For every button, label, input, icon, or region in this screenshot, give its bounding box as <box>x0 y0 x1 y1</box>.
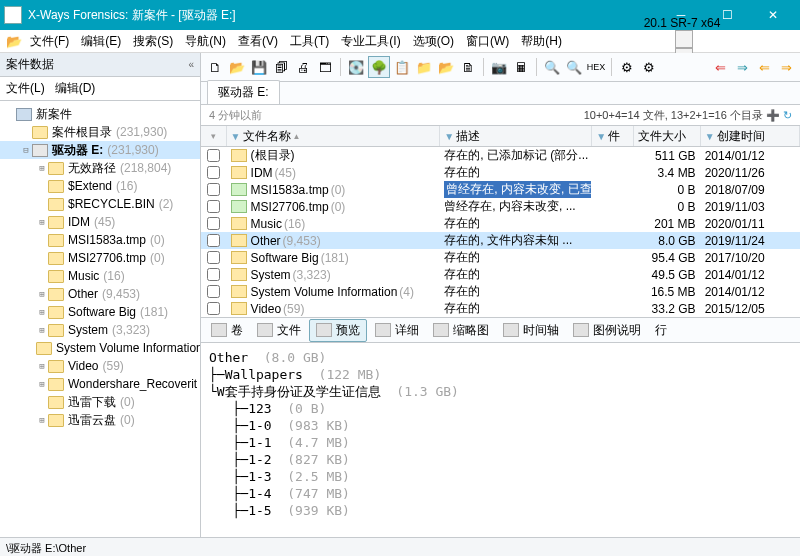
tab-drive-e[interactable]: 驱动器 E: <box>207 80 280 104</box>
tb-save-icon[interactable]: 💾 <box>249 57 269 77</box>
dtab-volume[interactable]: 卷 <box>205 320 249 341</box>
table-row[interactable]: Music(16)存在的201 MB2020/01/11 <box>201 215 800 232</box>
row-checkbox[interactable] <box>207 149 220 162</box>
table-row[interactable]: (根目录)存在的, 已添加标记 (部分...511 GB2014/01/12 <box>201 147 800 164</box>
menu-nav[interactable]: 导航(N) <box>179 31 232 52</box>
col-size[interactable]: 文件大小 <box>634 126 700 146</box>
tb-cfg2-icon[interactable]: ⚙ <box>639 57 659 77</box>
tb-hex-icon[interactable]: HEX <box>586 57 606 77</box>
tb-folder-icon[interactable]: 📁 <box>414 57 434 77</box>
table-row[interactable]: Software Big(181)存在的95.4 GB2017/10/20 <box>201 249 800 266</box>
tree-item[interactable]: ⊞Software Big(181) <box>0 303 200 321</box>
tree-item[interactable]: ⊞迅雷云盘(0) <box>0 411 200 429</box>
dtab-row[interactable]: 行 <box>649 320 673 341</box>
tb-report-icon[interactable]: 🗎 <box>458 57 478 77</box>
stats-refresh-icon[interactable]: ↻ <box>783 109 792 122</box>
tree-item[interactable]: 迅雷下载(0) <box>0 393 200 411</box>
row-checkbox[interactable] <box>207 285 220 298</box>
dtab-legend[interactable]: 图例说明 <box>567 320 647 341</box>
tb-open-icon[interactable]: 📂 <box>227 57 247 77</box>
preview-tree[interactable]: Other (8.0 GB)├─Wallpapers (122 MB)└W套手持… <box>201 343 800 537</box>
row-checkbox[interactable] <box>207 166 220 179</box>
menu-view[interactable]: 查看(V) <box>232 31 284 52</box>
tb-find2-icon[interactable]: 🔍 <box>564 57 584 77</box>
menu-file[interactable]: 文件(F) <box>24 31 75 52</box>
tree-item[interactable]: ⊟驱动器 E:(231,930) <box>0 141 200 159</box>
filter-icon[interactable]: ▼ <box>705 131 715 142</box>
tb-calc-icon[interactable]: 🖩 <box>511 57 531 77</box>
tb-tree-icon[interactable]: 🌳 <box>368 56 390 78</box>
tb-savecopy-icon[interactable]: 🗐 <box>271 57 291 77</box>
icon-open[interactable]: 📂 <box>4 31 24 51</box>
table-row[interactable]: MSI1583a.tmp(0)曾经存在, 内容未改变, 已查看0 B2018/0… <box>201 181 800 198</box>
tree-item[interactable]: ⊞Other(9,453) <box>0 285 200 303</box>
tree-item[interactable]: ⊞System(3,323) <box>0 321 200 339</box>
menu-tools[interactable]: 工具(T) <box>284 31 335 52</box>
tb-print-icon[interactable]: 🖨 <box>293 57 313 77</box>
tb-cfg1-icon[interactable]: ⚙ <box>617 57 637 77</box>
tree-item[interactable]: MSI27706.tmp(0) <box>0 249 200 267</box>
dtab-detail[interactable]: 详细 <box>369 320 425 341</box>
grid-body[interactable]: (根目录)存在的, 已添加标记 (部分...511 GB2014/01/12ID… <box>201 147 800 317</box>
left-menu-edit[interactable]: 编辑(D) <box>55 81 96 95</box>
stats-plus-icon[interactable]: ➕ <box>766 109 780 122</box>
tree-item[interactable]: 新案件 <box>0 105 200 123</box>
filter-icon[interactable]: ▼ <box>596 131 606 142</box>
table-row[interactable]: Video(59)存在的33.2 GB2015/12/05 <box>201 300 800 317</box>
menu-options[interactable]: 选项(O) <box>407 31 460 52</box>
tree-item[interactable]: MSI1583a.tmp(0) <box>0 231 200 249</box>
menu-help[interactable]: 帮助(H) <box>515 31 568 52</box>
dtab-timeline[interactable]: 时间轴 <box>497 320 565 341</box>
tb-fwd-icon[interactable]: ⇒ <box>732 57 752 77</box>
mdi-restore-button[interactable] <box>675 30 693 48</box>
table-row[interactable]: System(3,323)存在的49.5 GB2014/01/12 <box>201 266 800 283</box>
row-checkbox[interactable] <box>207 268 220 281</box>
row-checkbox[interactable] <box>207 234 220 247</box>
tree-item[interactable]: System Volume Information <box>0 339 200 357</box>
row-checkbox[interactable] <box>207 183 220 196</box>
tree-item[interactable]: Music(16) <box>0 267 200 285</box>
tb-sync2-icon[interactable]: ⇒ <box>776 57 796 77</box>
tree-item[interactable]: $Extend(16) <box>0 177 200 195</box>
tb-copy-icon[interactable]: 📋 <box>392 57 412 77</box>
tb-open2-icon[interactable]: 📂 <box>436 57 456 77</box>
col-attr[interactable]: ▼文件类 <box>592 126 634 146</box>
tree-item[interactable]: ⊞Wondershare_Recoverit <box>0 375 200 393</box>
dtab-preview[interactable]: 预览 <box>309 319 367 342</box>
table-row[interactable]: IDM(45)存在的3.4 MB2020/11/26 <box>201 164 800 181</box>
row-checkbox[interactable] <box>207 217 220 230</box>
dtab-file[interactable]: 文件 <box>251 320 307 341</box>
menu-window[interactable]: 窗口(W) <box>460 31 515 52</box>
col-check[interactable]: ▾ <box>201 126 227 146</box>
tb-back-icon[interactable]: ⇐ <box>710 57 730 77</box>
tree-item[interactable]: 案件根目录(231,930) <box>0 123 200 141</box>
table-row[interactable]: Other(9,453)存在的, 文件内容未知 ...8.0 GB2019/11… <box>201 232 800 249</box>
filter-icon[interactable]: ▼ <box>444 131 454 142</box>
menu-edit[interactable]: 编辑(E) <box>75 31 127 52</box>
case-tree[interactable]: 新案件案件根目录(231,930)⊟驱动器 E:(231,930)⊞无效路径(2… <box>0 101 200 537</box>
row-checkbox[interactable] <box>207 200 220 213</box>
filter-icon[interactable]: ▼ <box>231 131 241 142</box>
tb-new-icon[interactable]: 🗋 <box>205 57 225 77</box>
col-desc[interactable]: ▼描述 <box>440 126 592 146</box>
collapse-icon[interactable]: « <box>188 59 194 70</box>
tb-props-icon[interactable]: 🗔 <box>315 57 335 77</box>
tb-cam-icon[interactable]: 📷 <box>489 57 509 77</box>
tb-disk-icon[interactable]: 💽 <box>346 57 366 77</box>
tree-item[interactable]: ⊞Video(59) <box>0 357 200 375</box>
dtab-thumb[interactable]: 缩略图 <box>427 320 495 341</box>
tree-item[interactable]: $RECYCLE.BIN(2) <box>0 195 200 213</box>
table-row[interactable]: System Volume Information(4)存在的16.5 MB20… <box>201 283 800 300</box>
tb-sync-icon[interactable]: ⇐ <box>754 57 774 77</box>
row-checkbox[interactable] <box>207 302 220 315</box>
left-menu-file[interactable]: 文件(L) <box>6 81 45 95</box>
col-name[interactable]: ▼文件名称▲ <box>227 126 441 146</box>
tb-find-icon[interactable]: 🔍 <box>542 57 562 77</box>
row-checkbox[interactable] <box>207 251 220 264</box>
col-date[interactable]: ▼创建时间 <box>701 126 800 146</box>
tree-item[interactable]: ⊞IDM(45) <box>0 213 200 231</box>
menu-search[interactable]: 搜索(S) <box>127 31 179 52</box>
tree-item[interactable]: ⊞无效路径(218,804) <box>0 159 200 177</box>
menu-pro[interactable]: 专业工具(I) <box>335 31 406 52</box>
table-row[interactable]: MSI27706.tmp(0)曾经存在, 内容未改变, ...0 B2019/1… <box>201 198 800 215</box>
